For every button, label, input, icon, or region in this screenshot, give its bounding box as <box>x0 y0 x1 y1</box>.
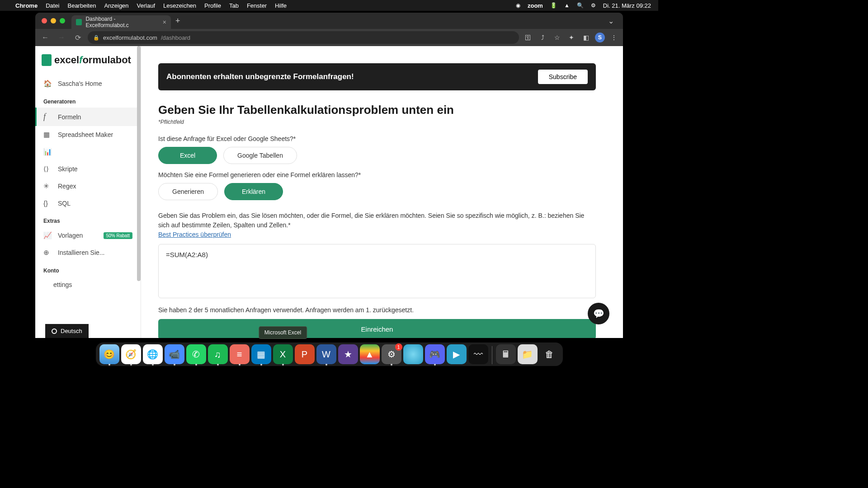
bookmark-star-icon[interactable]: ☆ <box>552 34 562 41</box>
chrome-window: Dashboard - Excelformulabot.c × + ⌄ ← → … <box>35 13 623 338</box>
wifi-icon[interactable]: ▲ <box>564 2 570 9</box>
option-explain[interactable]: Erklären <box>224 183 283 200</box>
sidebar-install[interactable]: ⊕ Installieren Sie... <box>35 244 141 261</box>
dock-quicktime[interactable]: ▶ <box>447 344 467 364</box>
forward-button[interactable]: → <box>55 33 68 42</box>
scrollbar-thumb[interactable] <box>137 46 141 281</box>
submit-button[interactable]: Einreichen <box>158 319 596 338</box>
chrome-tabstrip: Dashboard - Excelformulabot.c × + ⌄ <box>35 13 623 29</box>
sidebar-skripte-label: Skripte <box>58 165 78 173</box>
dock-discord[interactable]: 🎮 <box>425 344 445 364</box>
reload-button[interactable]: ⟳ <box>71 33 84 42</box>
sidebar-regex[interactable]: ✳ Regex <box>35 178 141 195</box>
menu-datei[interactable]: Datei <box>46 2 59 9</box>
sidebar-skripte[interactable]: ⟨⟩ Skripte <box>35 160 141 178</box>
battery-icon[interactable]: 🔋 <box>550 2 557 9</box>
banner-text: Abonnenten erhalten unbegrenzte Formelan… <box>166 72 354 81</box>
dock-finder[interactable]: 😊 <box>99 344 119 364</box>
url-path: /dashboard <box>161 34 190 41</box>
sidebar-home[interactable]: 🏠 Sascha's Home <box>35 75 141 92</box>
address-bar[interactable]: 🔒 excelformulabot.com/dashboard <box>88 31 519 44</box>
dock-todoist[interactable]: ≡ <box>230 344 250 364</box>
close-window-button[interactable] <box>42 18 47 23</box>
dock-word[interactable]: W <box>316 344 336 364</box>
control-center-icon[interactable]: ⚙ <box>591 2 596 9</box>
new-tab-button[interactable]: + <box>175 16 180 26</box>
discount-badge: 50% Rabatt <box>104 232 132 239</box>
chrome-toolbar: ← → ⟳ 🔒 excelformulabot.com/dashboard ⚿ … <box>35 29 623 46</box>
menu-verlauf[interactable]: Verlauf <box>137 2 155 9</box>
close-tab-icon[interactable]: × <box>163 19 166 26</box>
tab-overflow-icon[interactable]: ⌄ <box>608 17 614 25</box>
menu-tab[interactable]: Tab <box>229 2 239 9</box>
language-switcher[interactable]: Deutsch <box>45 324 89 338</box>
usage-text: Sie haben 2 der 5 monatlichen Anfragen v… <box>158 306 596 314</box>
dock-imovie[interactable]: ★ <box>338 344 358 364</box>
dock-spotify[interactable]: ♫ <box>208 344 228 364</box>
menu-bearbeiten[interactable]: Bearbeiten <box>67 2 96 9</box>
dock-whatsapp[interactable]: ✆ <box>186 344 206 364</box>
dock-calculator[interactable]: 🖩 <box>496 344 516 364</box>
chrome-menu-icon[interactable]: ⋮ <box>609 34 619 41</box>
dock-voice-memos[interactable]: 〰 <box>468 344 488 364</box>
menu-hilfe[interactable]: Hilfe <box>275 2 287 9</box>
dock-downloads[interactable]: 📁 <box>518 344 538 364</box>
dock-zoom[interactable]: 📹 <box>165 344 184 364</box>
settings-badge: 1 <box>395 343 402 351</box>
macos-menubar: Chrome Datei Bearbeiten Anzeigen Verlauf… <box>0 0 658 11</box>
dock-chrome[interactable]: 🌐 <box>143 344 163 364</box>
dock-settings[interactable]: ⚙ 1 <box>382 344 401 364</box>
dock-excel[interactable]: X Microsoft Excel <box>273 344 293 364</box>
prompt-instructions: Geben Sie das Problem ein, das Sie lösen… <box>158 211 596 230</box>
minimize-window-button[interactable] <box>51 18 56 23</box>
app-logo[interactable]: excelformulabot <box>35 54 141 75</box>
share-icon[interactable]: ⤴ <box>537 34 548 41</box>
back-button[interactable]: ← <box>39 33 52 42</box>
sidebar-sql[interactable]: {} SQL <box>35 195 141 211</box>
tab-favicon-icon <box>76 19 82 25</box>
page-heading: Geben Sie Ihr Tabellenkalkulationsproble… <box>158 103 596 117</box>
window-controls <box>42 18 65 23</box>
menu-lesezeichen[interactable]: Lesezeichen <box>163 2 196 9</box>
menu-profile[interactable]: Profile <box>204 2 221 9</box>
dock-safari[interactable]: 🧭 <box>121 344 141 364</box>
macos-dock-wrap: 😊 🧭 🌐 📹 ✆ ♫ ≡ ▦ X Microsoft Excel P W ★ … <box>0 343 658 366</box>
profile-avatar[interactable]: S <box>595 33 605 42</box>
option-excel[interactable]: Excel <box>158 147 217 164</box>
password-key-icon[interactable]: ⚿ <box>523 34 533 41</box>
dock-app-blue[interactable] <box>403 344 423 364</box>
option-google-sheets[interactable]: Google Tabellen <box>223 147 297 164</box>
spotlight-icon[interactable]: 🔍 <box>577 2 584 9</box>
menu-anzeigen[interactable]: Anzeigen <box>104 2 128 9</box>
sidebar-home-label: Sascha's Home <box>58 80 102 87</box>
record-icon[interactable]: ◉ <box>516 2 520 9</box>
zoom-status[interactable]: zoom <box>528 2 543 9</box>
browser-tab-active[interactable]: Dashboard - Excelformulabot.c × <box>71 15 171 29</box>
sidebar-spreadsheet-maker[interactable]: ▦ Spreadsheet Maker <box>35 126 141 143</box>
extensions-icon[interactable]: ✦ <box>566 34 577 41</box>
sidebar-vorlagen[interactable]: 📈 Vorlagen 50% Rabatt <box>35 227 141 244</box>
required-note: *Pflichtfeld <box>158 119 596 125</box>
sidebar-chart[interactable]: 📊 <box>35 143 141 160</box>
sidebar-formeln[interactable]: f Formeln <box>35 108 141 126</box>
chat-fab-button[interactable]: 💬 <box>588 303 609 324</box>
dock-trello[interactable]: ▦ <box>251 344 271 364</box>
home-icon: 🏠 <box>43 80 52 88</box>
sidebar-formeln-label: Formeln <box>58 113 81 121</box>
option-generate[interactable]: Generieren <box>158 183 218 200</box>
menubar-datetime[interactable]: Di. 21. März 09:22 <box>603 2 651 9</box>
dock-powerpoint[interactable]: P <box>295 344 315 364</box>
best-practices-link[interactable]: Best Practices überprüfen <box>158 231 231 238</box>
dock-trash[interactable]: 🗑 <box>539 344 559 364</box>
sidebar-settings[interactable]: ettings <box>35 277 141 293</box>
sidebar-scrollbar[interactable] <box>137 46 141 338</box>
subscribe-button[interactable]: Subscribe <box>538 70 588 84</box>
sidebar-section-extras: Extras <box>35 211 141 227</box>
code-icon: ⟨⟩ <box>43 165 52 173</box>
fullscreen-window-button[interactable] <box>60 18 65 23</box>
formula-input[interactable] <box>158 244 596 298</box>
sidepanel-icon[interactable]: ◧ <box>580 34 591 41</box>
menu-fenster[interactable]: Fenster <box>247 2 267 9</box>
menubar-app[interactable]: Chrome <box>15 2 38 9</box>
dock-googledrive[interactable]: ▲ <box>360 344 380 364</box>
